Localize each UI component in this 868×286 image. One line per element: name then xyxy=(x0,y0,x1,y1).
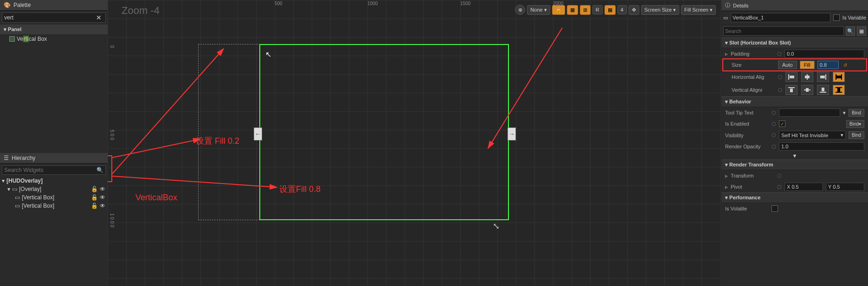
hierarchy-title: Hierarchy xyxy=(12,155,35,161)
details-panel: ⓘ Details ▭ Is Variable 🔍 ▦ ▾ Slot (Hori… xyxy=(721,0,868,286)
details-header: ⓘ Details xyxy=(721,0,868,11)
hierarchy-header: ☰ Hierarchy xyxy=(0,153,108,164)
pivot-y-input[interactable] xyxy=(826,183,864,191)
vruler-mark: 5 0 0 xyxy=(109,130,115,140)
eye-icon[interactable]: 👁 xyxy=(99,194,106,201)
grid-size-button[interactable]: 4 xyxy=(617,5,627,14)
svg-rect-9 xyxy=(820,76,825,78)
expand-button[interactable]: ▼ xyxy=(721,152,868,159)
resize-corner-icon[interactable]: ⤡ xyxy=(493,221,500,231)
palette-section-panel[interactable]: ▾ Panel xyxy=(0,25,108,34)
widget-icon: ▭ xyxy=(15,194,20,201)
prop-volatile: Is Volatile xyxy=(721,203,868,214)
hierarchy-search-input[interactable] xyxy=(4,167,96,173)
bind-button[interactable]: Bind xyxy=(849,131,864,139)
visibility-dropdown[interactable]: Self Hit Test Invisible▾ xyxy=(779,131,846,140)
halign-fill-button[interactable] xyxy=(833,72,845,82)
valign-top-button[interactable] xyxy=(785,85,797,95)
svg-rect-12 xyxy=(836,76,841,78)
selected-widget-outline[interactable] xyxy=(259,44,509,220)
eye-icon[interactable]: 👁 xyxy=(99,186,106,192)
screen-size-button[interactable]: Screen Size▾ xyxy=(641,5,679,15)
clear-icon[interactable]: ✕ xyxy=(94,14,103,21)
svg-rect-13 xyxy=(788,87,795,88)
size-fill-button[interactable]: Fill xyxy=(800,61,815,69)
hierarchy-vbox1[interactable]: ▭[Vertical Box] 🔓👁 xyxy=(0,193,108,202)
lock-icon[interactable]: 🔓 xyxy=(91,194,97,201)
handle-left[interactable]: ← xyxy=(254,127,262,140)
palette-search-input[interactable] xyxy=(4,14,94,21)
vruler-mark: 0 xyxy=(109,45,115,48)
container-icon: ▭ xyxy=(12,186,17,192)
prop-visibility: Visibility⬡ Self Hit Test Invisible▾ Bin… xyxy=(721,129,868,141)
size-auto-button[interactable]: Auto xyxy=(778,61,797,69)
prop-pivot: ▹Pivot⬡ xyxy=(721,181,868,192)
category-transform[interactable]: ▾ Render Transform xyxy=(721,159,868,170)
padding-input[interactable] xyxy=(784,50,864,58)
halign-center-button[interactable] xyxy=(801,72,813,82)
reset-icon[interactable]: ↺ xyxy=(843,63,847,68)
grid-snap-button[interactable]: ▦ xyxy=(604,5,616,15)
viewport[interactable]: Zoom -4 500 1000 1500 2000 0 5 0 0 1 0 0… xyxy=(108,0,721,286)
widget-icon xyxy=(9,36,15,42)
grid-button[interactable]: ⊞ xyxy=(580,5,591,15)
info-icon: ⓘ xyxy=(725,2,730,9)
viewport-toolbar: ⊕ None ▾ 🔒 ▦ ⊞ R ▦ 4 ✥ Screen Size▾ Fill… xyxy=(515,5,716,15)
svg-rect-14 xyxy=(790,89,793,92)
palette-item-verticalbox[interactable]: Vertical Box xyxy=(0,34,108,44)
widget-name-input[interactable] xyxy=(731,13,830,22)
details-title: Details xyxy=(733,3,749,8)
palette-header: 🎨 Palette xyxy=(0,0,108,11)
bind-button[interactable]: Bind▾ xyxy=(846,120,864,128)
annotation-redbox-hierarchy xyxy=(108,155,112,182)
opacity-input[interactable] xyxy=(779,142,864,151)
svg-rect-21 xyxy=(837,88,840,92)
category-behavior[interactable]: ▾ Behavior xyxy=(721,96,868,107)
move-button[interactable]: ✥ xyxy=(629,5,639,15)
palette-title: Palette xyxy=(13,2,31,8)
details-search-input[interactable] xyxy=(723,26,844,36)
translate-tool-button[interactable]: ⊕ xyxy=(515,5,525,15)
hierarchy-root[interactable]: ▾[HUDOverlay] xyxy=(0,177,108,185)
halign-left-button[interactable] xyxy=(785,72,797,82)
hierarchy-overlay[interactable]: ▾▭[Overlay] 🔓👁 xyxy=(0,185,108,193)
palette-search[interactable]: ✕ xyxy=(2,13,106,23)
is-variable-label: Is Variable xyxy=(842,15,866,20)
palette-item-label: Vertical Box xyxy=(17,36,47,42)
svg-rect-8 xyxy=(825,74,826,80)
lock-icon[interactable]: 🔓 xyxy=(91,186,97,192)
lock-button[interactable]: 🔒 xyxy=(552,5,565,15)
search-icon[interactable]: 🔍 xyxy=(96,167,103,173)
valign-center-button[interactable] xyxy=(801,85,813,95)
size-fill-input[interactable] xyxy=(817,61,839,69)
volatile-checkbox[interactable] xyxy=(772,205,778,212)
r-button[interactable]: R xyxy=(592,5,603,14)
widget-name-row: ▭ Is Variable xyxy=(721,11,868,25)
eye-icon[interactable]: 👁 xyxy=(99,203,106,209)
halign-right-button[interactable] xyxy=(817,72,829,82)
handle-right[interactable]: → xyxy=(508,127,516,140)
search-icon[interactable]: 🔍 xyxy=(846,26,855,36)
bind-button[interactable]: Bind xyxy=(849,109,864,117)
property-matrix-button[interactable]: ▦ xyxy=(857,26,866,36)
fill-screen-button[interactable]: Fill Screen▾ xyxy=(681,5,716,15)
valign-fill-button[interactable] xyxy=(833,85,845,95)
pivot-x-input[interactable] xyxy=(784,183,823,191)
is-variable-checkbox[interactable] xyxy=(833,14,840,21)
category-slot[interactable]: ▾ Slot (Horizontal Box Slot) xyxy=(721,38,868,48)
svg-rect-4 xyxy=(788,74,789,80)
prop-valign: Vertical Alignr⬡ xyxy=(721,83,868,96)
ruler-mark: 1000 xyxy=(367,1,378,6)
lock-icon[interactable]: 🔓 xyxy=(91,203,97,209)
hierarchy-vbox2[interactable]: ▭[Vertical Box] 🔓👁 xyxy=(0,202,108,210)
svg-line-0 xyxy=(112,139,200,158)
category-performance[interactable]: ▾ Performance xyxy=(721,192,868,203)
valign-bottom-button[interactable] xyxy=(817,85,829,95)
hierarchy-search[interactable]: 🔍 xyxy=(2,165,106,175)
annotation-vbox: VerticalBox xyxy=(135,193,177,203)
layout-none-button[interactable]: None ▾ xyxy=(527,5,550,15)
hierarchy-tree: ▾[HUDOverlay] ▾▭[Overlay] 🔓👁 ▭[Vertical … xyxy=(0,177,108,286)
tooltip-input[interactable] xyxy=(779,108,840,117)
enabled-checkbox[interactable] xyxy=(779,121,785,127)
snap-button[interactable]: ▦ xyxy=(567,5,578,15)
